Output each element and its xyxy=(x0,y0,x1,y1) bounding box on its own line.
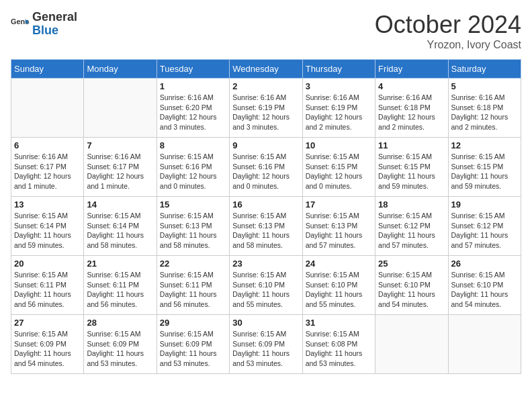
day-detail: Sunrise: 6:16 AM Sunset: 6:18 PM Dayligh… xyxy=(378,93,445,132)
calendar-cell: 7Sunrise: 6:16 AM Sunset: 6:17 PM Daylig… xyxy=(84,138,157,197)
day-detail: Sunrise: 6:15 AM Sunset: 6:10 PM Dayligh… xyxy=(232,270,299,310)
day-detail: Sunrise: 6:15 AM Sunset: 6:11 PM Dayligh… xyxy=(14,270,81,310)
day-number: 25 xyxy=(378,259,445,269)
day-detail: Sunrise: 6:15 AM Sunset: 6:10 PM Dayligh… xyxy=(451,270,518,310)
day-number: 31 xyxy=(306,318,372,328)
day-detail: Sunrise: 6:15 AM Sunset: 6:16 PM Dayligh… xyxy=(232,152,299,191)
day-number: 13 xyxy=(14,199,81,210)
calendar-cell: 23Sunrise: 6:15 AM Sunset: 6:10 PM Dayli… xyxy=(230,256,302,315)
calendar-cell: 9Sunrise: 6:15 AM Sunset: 6:16 PM Daylig… xyxy=(230,138,302,197)
day-detail: Sunrise: 6:15 AM Sunset: 6:12 PM Dayligh… xyxy=(378,211,445,250)
day-number: 22 xyxy=(160,259,226,269)
day-detail: Sunrise: 6:15 AM Sunset: 6:15 PM Dayligh… xyxy=(378,152,445,191)
calendar-cell: 11Sunrise: 6:15 AM Sunset: 6:15 PM Dayli… xyxy=(375,138,448,197)
day-number: 8 xyxy=(160,140,226,150)
calendar-week-row: 27Sunrise: 6:15 AM Sunset: 6:09 PM Dayli… xyxy=(11,315,521,374)
day-number: 21 xyxy=(87,259,153,269)
day-detail: Sunrise: 6:16 AM Sunset: 6:17 PM Dayligh… xyxy=(14,152,81,191)
month-title: October 2024 xyxy=(375,11,521,39)
day-detail: Sunrise: 6:15 AM Sunset: 6:13 PM Dayligh… xyxy=(306,211,372,250)
calendar-cell: 16Sunrise: 6:15 AM Sunset: 6:13 PM Dayli… xyxy=(230,197,302,256)
day-number: 28 xyxy=(87,318,153,328)
calendar-cell: 10Sunrise: 6:15 AM Sunset: 6:15 PM Dayli… xyxy=(302,138,375,197)
calendar-cell: 22Sunrise: 6:15 AM Sunset: 6:11 PM Dayli… xyxy=(157,256,229,315)
calendar-cell xyxy=(375,315,448,374)
day-number: 6 xyxy=(14,140,81,150)
day-number: 7 xyxy=(87,140,153,150)
calendar-cell: 3Sunrise: 6:16 AM Sunset: 6:19 PM Daylig… xyxy=(302,79,375,138)
calendar-cell: 6Sunrise: 6:16 AM Sunset: 6:17 PM Daylig… xyxy=(11,138,84,197)
calendar-cell: 1Sunrise: 6:16 AM Sunset: 6:20 PM Daylig… xyxy=(157,79,229,138)
calendar-cell: 4Sunrise: 6:16 AM Sunset: 6:18 PM Daylig… xyxy=(375,79,448,138)
day-number: 19 xyxy=(451,199,518,210)
day-detail: Sunrise: 6:15 AM Sunset: 6:09 PM Dayligh… xyxy=(232,329,299,369)
logo-general-text: General xyxy=(32,10,77,24)
day-number: 11 xyxy=(378,140,445,150)
day-number: 1 xyxy=(160,81,226,91)
calendar-cell: 21Sunrise: 6:15 AM Sunset: 6:11 PM Dayli… xyxy=(84,256,157,315)
weekday-header-cell: Monday xyxy=(84,60,157,79)
day-detail: Sunrise: 6:15 AM Sunset: 6:10 PM Dayligh… xyxy=(306,270,372,310)
day-detail: Sunrise: 6:15 AM Sunset: 6:14 PM Dayligh… xyxy=(14,211,81,250)
calendar-body: 1Sunrise: 6:16 AM Sunset: 6:20 PM Daylig… xyxy=(11,79,521,374)
page-header: General General Blue October 2024 Yrozon… xyxy=(11,11,521,51)
calendar-cell: 2Sunrise: 6:16 AM Sunset: 6:19 PM Daylig… xyxy=(230,79,302,138)
calendar-cell xyxy=(448,315,521,374)
day-number: 16 xyxy=(232,199,299,210)
calendar-week-row: 1Sunrise: 6:16 AM Sunset: 6:20 PM Daylig… xyxy=(11,79,521,138)
day-number: 18 xyxy=(378,199,445,210)
day-detail: Sunrise: 6:16 AM Sunset: 6:19 PM Dayligh… xyxy=(306,93,372,132)
calendar-cell: 20Sunrise: 6:15 AM Sunset: 6:11 PM Dayli… xyxy=(11,256,84,315)
day-number: 9 xyxy=(232,140,299,150)
calendar-cell: 17Sunrise: 6:15 AM Sunset: 6:13 PM Dayli… xyxy=(302,197,375,256)
calendar-cell: 13Sunrise: 6:15 AM Sunset: 6:14 PM Dayli… xyxy=(11,197,84,256)
weekday-header-cell: Tuesday xyxy=(157,60,229,79)
day-detail: Sunrise: 6:15 AM Sunset: 6:11 PM Dayligh… xyxy=(160,270,226,310)
day-detail: Sunrise: 6:15 AM Sunset: 6:10 PM Dayligh… xyxy=(378,270,445,310)
day-detail: Sunrise: 6:15 AM Sunset: 6:11 PM Dayligh… xyxy=(87,270,153,310)
title-block: October 2024 Yrozon, Ivory Coast xyxy=(375,11,521,51)
day-detail: Sunrise: 6:15 AM Sunset: 6:16 PM Dayligh… xyxy=(160,152,226,191)
logo-blue-text: Blue xyxy=(32,24,58,37)
calendar-cell: 25Sunrise: 6:15 AM Sunset: 6:10 PM Dayli… xyxy=(375,256,448,315)
calendar-cell: 26Sunrise: 6:15 AM Sunset: 6:10 PM Dayli… xyxy=(448,256,521,315)
weekday-header-cell: Saturday xyxy=(448,60,521,79)
calendar-cell: 19Sunrise: 6:15 AM Sunset: 6:12 PM Dayli… xyxy=(448,197,521,256)
weekday-header-cell: Wednesday xyxy=(230,60,302,79)
day-detail: Sunrise: 6:15 AM Sunset: 6:09 PM Dayligh… xyxy=(14,329,81,369)
day-detail: Sunrise: 6:15 AM Sunset: 6:08 PM Dayligh… xyxy=(306,329,372,369)
day-number: 27 xyxy=(14,318,81,328)
day-detail: Sunrise: 6:15 AM Sunset: 6:15 PM Dayligh… xyxy=(306,152,372,191)
day-detail: Sunrise: 6:16 AM Sunset: 6:19 PM Dayligh… xyxy=(232,93,299,132)
logo: General General Blue xyxy=(11,11,77,38)
day-number: 5 xyxy=(451,81,518,91)
day-detail: Sunrise: 6:15 AM Sunset: 6:13 PM Dayligh… xyxy=(232,211,299,250)
day-number: 10 xyxy=(306,140,372,150)
logo-icon: General xyxy=(11,15,30,34)
calendar-cell: 18Sunrise: 6:15 AM Sunset: 6:12 PM Dayli… xyxy=(375,197,448,256)
day-detail: Sunrise: 6:15 AM Sunset: 6:12 PM Dayligh… xyxy=(451,211,518,250)
calendar-week-row: 6Sunrise: 6:16 AM Sunset: 6:17 PM Daylig… xyxy=(11,138,521,197)
day-number: 29 xyxy=(160,318,226,328)
day-number: 4 xyxy=(378,81,445,91)
calendar-cell: 12Sunrise: 6:15 AM Sunset: 6:15 PM Dayli… xyxy=(448,138,521,197)
day-number: 3 xyxy=(306,81,372,91)
weekday-header-cell: Sunday xyxy=(11,60,84,79)
calendar-week-row: 20Sunrise: 6:15 AM Sunset: 6:11 PM Dayli… xyxy=(11,256,521,315)
day-detail: Sunrise: 6:15 AM Sunset: 6:15 PM Dayligh… xyxy=(451,152,518,191)
weekday-header-cell: Thursday xyxy=(302,60,375,79)
day-number: 14 xyxy=(87,199,153,210)
calendar-table: SundayMondayTuesdayWednesdayThursdayFrid… xyxy=(11,59,521,374)
calendar-cell: 5Sunrise: 6:16 AM Sunset: 6:18 PM Daylig… xyxy=(448,79,521,138)
day-number: 17 xyxy=(306,199,372,210)
weekday-header-cell: Friday xyxy=(375,60,448,79)
day-number: 24 xyxy=(306,259,372,269)
day-detail: Sunrise: 6:16 AM Sunset: 6:20 PM Dayligh… xyxy=(160,93,226,132)
calendar-cell xyxy=(84,79,157,138)
calendar-cell: 30Sunrise: 6:15 AM Sunset: 6:09 PM Dayli… xyxy=(230,315,302,374)
day-number: 20 xyxy=(14,259,81,269)
calendar-cell: 14Sunrise: 6:15 AM Sunset: 6:14 PM Dayli… xyxy=(84,197,157,256)
calendar-cell: 15Sunrise: 6:15 AM Sunset: 6:13 PM Dayli… xyxy=(157,197,229,256)
calendar-cell xyxy=(11,79,84,138)
day-number: 23 xyxy=(232,259,299,269)
